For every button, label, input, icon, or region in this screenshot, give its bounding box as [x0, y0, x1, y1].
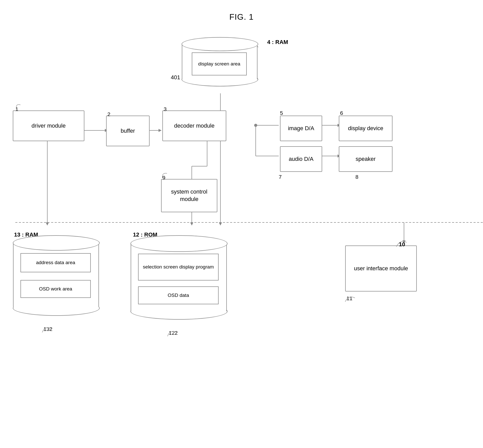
selection-screen-display-box: selection screen display program [138, 254, 219, 281]
speaker-label: 8 [355, 174, 358, 180]
fig-title: FIG. 1 [229, 12, 254, 22]
osd-data-box: OSD data [138, 286, 219, 304]
address-data-area-box: address data area [20, 253, 91, 272]
rom-122-curve [165, 327, 180, 338]
svg-marker-20 [190, 222, 193, 226]
display-device-label: 6 [340, 110, 343, 116]
decoder-module-box: decoder module [162, 110, 226, 141]
decoder-module-label: 3 [164, 106, 167, 112]
driver-label-curve [14, 102, 24, 110]
ram-bottom-cylinder: address data area OSD work area [13, 235, 100, 322]
audio-da-label: 7 [279, 174, 282, 180]
buffer-box: buffer [106, 116, 150, 146]
user-interface-box: user interface module [345, 245, 417, 292]
system-control-box: system control module [161, 179, 217, 212]
ram-top-cylinder: display screen area [182, 37, 258, 93]
rom-cylinder: selection screen display program OSD dat… [130, 235, 228, 327]
driver-module-box: driver module [13, 110, 84, 141]
svg-marker-22 [219, 222, 222, 226]
svg-marker-18 [46, 222, 49, 226]
osd-work-area-box: OSD work area [20, 280, 91, 298]
image-da-label: 5 [280, 110, 283, 116]
diagram: FIG. 1 [0, 0, 483, 448]
ram-132-curve [40, 323, 55, 334]
user-10-curve [394, 238, 409, 248]
image-da-box: image D/A [280, 116, 322, 141]
display-screen-area-box: display screen area [192, 52, 247, 75]
ram-top-sublabel: 401 [171, 74, 180, 81]
display-device-box: display device [339, 116, 392, 141]
user-11-curve [343, 293, 358, 303]
speaker-box: speaker [339, 146, 392, 172]
svg-point-6 [254, 124, 257, 127]
buffer-label: 2 [107, 111, 110, 117]
system-control-curve [160, 171, 173, 179]
audio-da-box: audio D/A [280, 146, 322, 172]
svg-marker-4 [159, 129, 162, 132]
